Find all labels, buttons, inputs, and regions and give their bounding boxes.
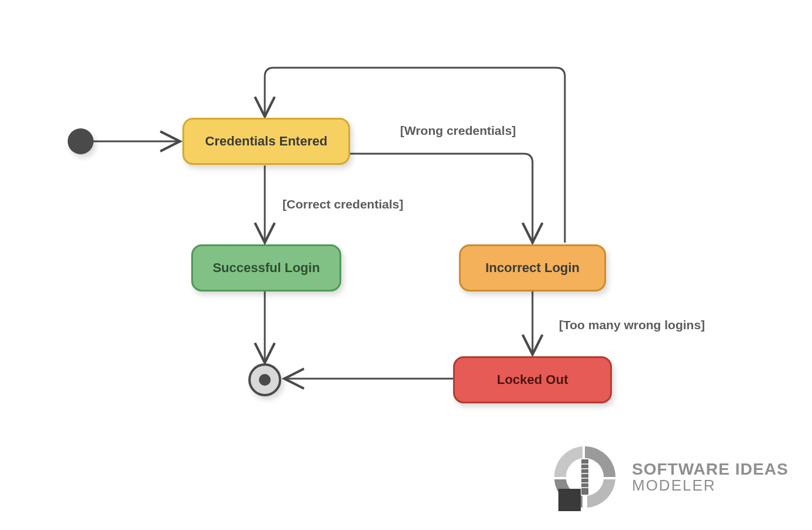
logo-icon xyxy=(550,442,620,512)
initial-state xyxy=(68,128,94,154)
state-incorrect-login: Incorrect Login xyxy=(459,244,606,292)
guard-correct-credentials: [Correct credentials] xyxy=(282,197,403,211)
state-label: Successful Login xyxy=(212,260,320,276)
guard-wrong-credentials: [Wrong credentials] xyxy=(400,124,516,138)
logo-text: SOFTWARE IDEAS MODELER xyxy=(632,461,788,494)
state-diagram-canvas: Credentials Entered Successful Login Inc… xyxy=(0,0,812,530)
state-label: Credentials Entered xyxy=(205,134,328,149)
state-label: Incorrect Login xyxy=(485,260,580,276)
guard-too-many-wrong: [Too many wrong logins] xyxy=(559,318,705,332)
state-label: Locked Out xyxy=(497,372,568,387)
logo-line1: SOFTWARE IDEAS xyxy=(632,461,788,478)
state-credentials-entered: Credentials Entered xyxy=(182,118,350,165)
state-locked-out: Locked Out xyxy=(453,356,612,403)
logo-line2: MODELER xyxy=(632,478,788,493)
svg-rect-0 xyxy=(558,489,581,511)
final-state xyxy=(248,363,281,396)
product-logo: SOFTWARE IDEAS MODELER xyxy=(550,442,788,512)
state-successful-login: Successful Login xyxy=(191,244,341,292)
